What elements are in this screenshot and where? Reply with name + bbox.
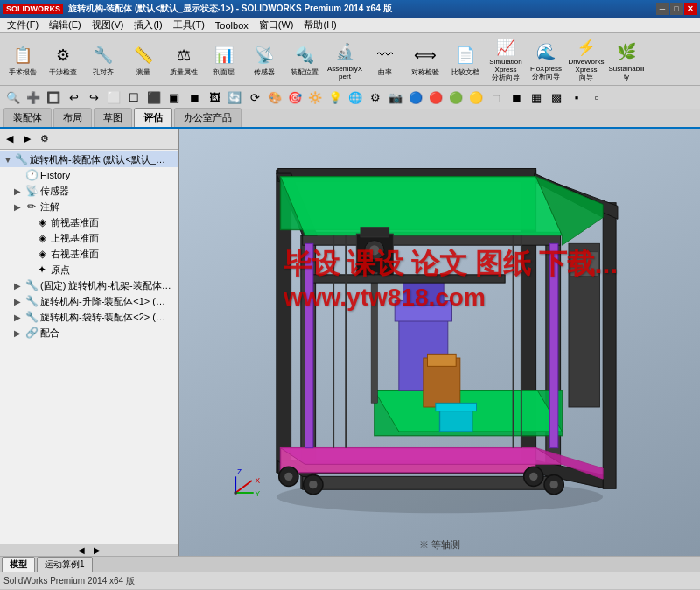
menu-item[interactable]: 工具(T)	[168, 17, 210, 33]
tree-expand-icon[interactable]: ▶	[14, 281, 24, 291]
menu-item[interactable]: 文件(F)	[2, 17, 44, 33]
tb2-btn-5[interactable]: ⬜	[104, 88, 123, 107]
minimize-button[interactable]: ─	[656, 3, 668, 15]
tree-item-root[interactable]: ▼🔧旋转机构-装配体 (默认<默认_显示状态-1>)	[0, 151, 178, 167]
tb2-btn-12[interactable]: ⟳	[245, 88, 264, 107]
panel-gear-btn[interactable]: ⚙	[37, 131, 52, 147]
panel-expand-btn[interactable]: ▶	[19, 131, 35, 147]
maximize-button[interactable]: □	[670, 3, 682, 15]
toolbar-icon-1: ⚙	[49, 41, 77, 69]
tb2-btn-28[interactable]: ▪	[567, 88, 586, 107]
toolbar-btn-5[interactable]: 📊 剖面层	[205, 36, 243, 83]
menu-item[interactable]: 帮助(H)	[298, 17, 341, 33]
menu-item[interactable]: 编辑(E)	[44, 17, 87, 33]
tree-expand-icon[interactable]: ▶	[14, 313, 24, 322]
tb2-btn-24[interactable]: ◻	[486, 88, 506, 107]
bottom-tab-运动算例1[interactable]: 运动算例1	[37, 557, 93, 572]
tb2-btn-11[interactable]: 🔄	[225, 88, 244, 107]
svg-rect-35	[309, 275, 505, 283]
tb2-btn-8[interactable]: ▣	[164, 88, 184, 107]
toolbar-btn-1[interactable]: ⚙ 干涉检查	[44, 36, 82, 83]
tb2-btn-13[interactable]: 🎨	[265, 88, 284, 107]
tree-item-sensors[interactable]: ▶📡传感器	[0, 183, 178, 199]
tb2-btn-29[interactable]: ▫	[587, 88, 606, 107]
title-bar: SOLIDWORKS 旋转机构-装配体 (默认<默认_显示状态-1>) - SO…	[0, 0, 700, 18]
tree-expand-icon[interactable]: ▶	[14, 328, 24, 338]
tree-item-part3[interactable]: ▶🔧旋转机构-袋转-装配体<2> (默认<默认...	[0, 309, 178, 325]
tb2-btn-7[interactable]: ⬛	[144, 88, 164, 107]
toolbar-btn-13[interactable]: 🌊 FloXpress分析向导	[527, 36, 565, 83]
tb2-btn-26[interactable]: ▦	[527, 88, 546, 107]
tab-装配体[interactable]: 装配体	[4, 108, 52, 127]
toolbar-btn-10[interactable]: ⟺ 对称检验	[406, 36, 444, 83]
tb2-btn-10[interactable]: 🖼	[205, 88, 224, 107]
3d-viewport[interactable]: X Y Z 毕设 课设 论文 图纸 下载... www.ytw818.com ※…	[179, 129, 700, 556]
toolbar-btn-3[interactable]: 📏 测量	[124, 36, 163, 83]
toolbar-btn-2[interactable]: 🔧 孔对齐	[84, 36, 122, 83]
tb2-btn-9[interactable]: ◼	[185, 88, 204, 107]
tb2-btn-27[interactable]: ▩	[547, 88, 566, 107]
toolbar-btn-8[interactable]: 🔬 AssemblyXpert	[326, 36, 364, 83]
menu-item[interactable]: 窗口(W)	[254, 17, 299, 33]
tree-label-right_plane: 右视基准面	[51, 248, 99, 261]
tb2-btn-1[interactable]: ➕	[24, 88, 43, 107]
tb2-btn-19[interactable]: 📷	[386, 88, 405, 107]
panel-back-btn[interactable]: ◀	[2, 131, 18, 147]
tb2-btn-14[interactable]: 🎯	[285, 88, 304, 107]
tree-icon-part3: 🔧	[24, 310, 38, 324]
toolbar-container: 📋 手术报告⚙ 干涉检查🔧 孔对齐📏 测量⚖ 质量属性📊 剖面层📡 传感器🔩	[0, 33, 700, 109]
tree-item-front_plane[interactable]: ◈前视基准面	[0, 214, 178, 230]
tab-布局[interactable]: 布局	[53, 108, 92, 127]
close-button[interactable]: ✕	[684, 3, 696, 15]
svg-point-43	[309, 481, 317, 488]
tb2-btn-2[interactable]: 🔲	[44, 88, 63, 107]
tb2-btn-6[interactable]: ☐	[124, 88, 144, 107]
tb2-btn-0[interactable]: 🔍	[4, 88, 23, 107]
left-arrow-icon[interactable]: ◀	[78, 545, 85, 555]
tb2-btn-15[interactable]: 🔆	[305, 88, 325, 107]
tree-icon-sensors: 📡	[24, 184, 38, 198]
tb2-btn-21[interactable]: 🔴	[426, 88, 445, 107]
toolbar-btn-4[interactable]: ⚖ 质量属性	[164, 36, 203, 83]
toolbar-btn-6[interactable]: 📡 传感器	[245, 36, 284, 83]
tree-item-mates[interactable]: ▶🔗配合	[0, 325, 178, 341]
tb2-btn-20[interactable]: 🔵	[406, 88, 425, 107]
tree-item-top_plane[interactable]: ◈上视基准面	[0, 230, 178, 246]
svg-marker-19	[281, 448, 563, 465]
tree-expand-icon[interactable]: ▶	[14, 186, 24, 196]
tb2-btn-3[interactable]: ↩	[64, 88, 83, 107]
tree-item-fixed_part[interactable]: ▶🔧(固定) 旋转机构-机架-装配体<1> (默认...	[0, 277, 178, 293]
tree-item-origin[interactable]: ✦原点	[0, 262, 178, 277]
toolbar-btn-14[interactable]: ⚡ DriveWorksXpress向导	[567, 36, 606, 83]
toolbar-btn-0[interactable]: 📋 手术报告	[4, 36, 42, 83]
bottom-tab-模型[interactable]: 模型	[2, 557, 35, 572]
tree-item-right_plane[interactable]: ◈右视基准面	[0, 246, 178, 262]
tree-expand-icon[interactable]: ▶	[14, 297, 24, 306]
tab-评估[interactable]: 评估	[134, 108, 172, 127]
toolbar-btn-9[interactable]: 〰 曲率	[366, 36, 404, 83]
tree-expand-icon[interactable]: ▶	[14, 202, 24, 212]
tab-草图[interactable]: 草图	[94, 108, 132, 127]
tree-item-annotations[interactable]: ▶✏注解	[0, 199, 178, 214]
toolbar-btn-15[interactable]: 🌿 Sustainability	[607, 36, 646, 83]
tab-办公室产品[interactable]: 办公室产品	[174, 108, 242, 127]
tb2-btn-22[interactable]: 🟢	[446, 88, 466, 107]
menu-item[interactable]: 视图(V)	[87, 17, 130, 33]
menu-item[interactable]: 插入(I)	[129, 17, 167, 33]
tb2-btn-25[interactable]: ◼	[507, 88, 526, 107]
tb2-btn-17[interactable]: 🌐	[346, 88, 365, 107]
toolbar-btn-12[interactable]: 📈 SimulationXpress分析向导	[486, 36, 525, 83]
toolbar-btn-7[interactable]: 🔩 装配位置	[285, 36, 324, 83]
toolbar-btn-11[interactable]: 📄 比较文档	[446, 36, 485, 83]
right-arrow-icon[interactable]: ▶	[94, 545, 101, 555]
menu-item[interactable]: Toolbox	[210, 18, 254, 32]
tree-expand-icon[interactable]: ▼	[4, 155, 14, 165]
tb2-btn-18[interactable]: ⚙	[366, 88, 385, 107]
tree-item-history[interactable]: 🕐History	[0, 167, 178, 183]
tree-item-part2[interactable]: ▶🔧旋转机构-升降-装配体<1> (默认<默认...	[0, 293, 178, 309]
tb2-btn-4[interactable]: ↪	[84, 88, 103, 107]
tb2-btn-16[interactable]: 💡	[326, 88, 345, 107]
toolbar-icon-12: 📈	[492, 37, 520, 60]
tb2-btn-23[interactable]: 🟡	[466, 88, 486, 107]
svg-rect-31	[360, 228, 389, 237]
